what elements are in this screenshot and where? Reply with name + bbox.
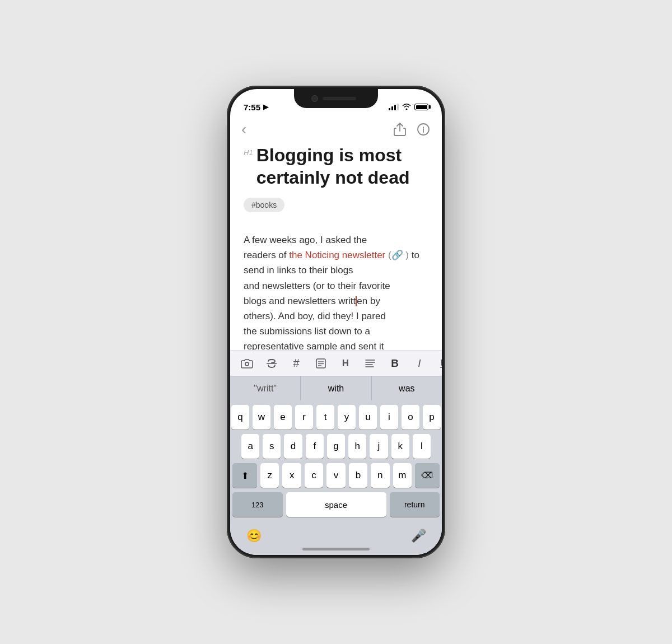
signal-bars-icon <box>389 104 399 110</box>
body-text-5b: en by <box>357 296 380 306</box>
article-title[interactable]: Blogging is most certainly not dead <box>256 144 410 189</box>
key-m[interactable]: m <box>393 463 412 488</box>
mic-key[interactable]: 🎤 <box>406 524 431 548</box>
underline-toolbar-button[interactable]: U <box>436 357 442 370</box>
autocomplete-bar: "writt" with was <box>230 376 442 400</box>
autocomplete-suggestion-3[interactable]: was <box>372 376 442 400</box>
key-v[interactable]: v <box>326 463 345 488</box>
key-w[interactable]: w <box>253 405 270 430</box>
heading-toolbar-button[interactable]: H <box>338 358 353 369</box>
key-g[interactable]: g <box>327 434 345 459</box>
newsletter-link[interactable]: the Noticing newsletter <box>289 250 385 260</box>
numbers-key[interactable]: 123 <box>232 492 283 517</box>
key-o[interactable]: o <box>402 405 419 430</box>
key-k[interactable]: k <box>391 434 409 459</box>
key-b[interactable]: b <box>349 463 367 488</box>
body-text-8: representative sample and sent it <box>244 341 384 350</box>
strikethrough-toolbar-button[interactable] <box>264 358 279 368</box>
camera-toolbar-button[interactable] <box>239 358 255 368</box>
autocomplete-suggestion-1[interactable]: "writt" <box>230 376 301 400</box>
time-display: 7:55 <box>244 102 260 112</box>
keyboard-row-1: q w e r t y u i o p <box>232 405 440 430</box>
article-content: H1 Blogging is most certainly not dead #… <box>230 142 442 350</box>
link-chain-icon: 🔗 <box>391 250 403 260</box>
key-j[interactable]: j <box>370 434 388 459</box>
h1-label: H1 <box>244 148 253 157</box>
screen-content: 7:55 ▶ <box>230 89 442 555</box>
wifi-icon <box>402 103 411 111</box>
home-indicator <box>302 548 370 550</box>
body-text-2: readers of <box>244 250 289 260</box>
key-i[interactable]: i <box>380 405 398 430</box>
body-text-1: A few weeks ago, I asked the <box>244 235 367 245</box>
keyboard-row-4: 123 space return <box>232 492 440 517</box>
hashtag-toolbar-button[interactable]: # <box>288 357 304 370</box>
phone-screen: 7:55 ▶ <box>230 89 442 555</box>
nav-bar: ‹ <box>230 117 442 142</box>
return-key[interactable]: return <box>390 492 440 517</box>
key-r[interactable]: r <box>295 405 313 430</box>
align-toolbar-button[interactable] <box>362 359 378 368</box>
keyboard: q w e r t y u i o p a s d f g <box>230 400 442 555</box>
status-icons <box>389 103 428 111</box>
key-x[interactable]: x <box>282 463 301 488</box>
share-button[interactable] <box>393 122 407 137</box>
shift-key[interactable]: ⬆ <box>232 463 257 488</box>
battery-icon <box>414 104 428 110</box>
key-p[interactable]: p <box>423 405 441 430</box>
key-l[interactable]: l <box>413 434 431 459</box>
location-arrow-icon: ▶ <box>263 103 268 111</box>
keyboard-row-2: a s d f g h j k l <box>232 434 440 459</box>
body-text-5: blogs and newsletters writt <box>244 296 356 306</box>
tag-area: #books <box>244 198 428 223</box>
phone-frame: 7:55 ▶ <box>227 86 445 558</box>
key-s[interactable]: s <box>263 434 281 459</box>
italic-toolbar-button[interactable]: I <box>412 357 427 370</box>
notch <box>294 89 378 108</box>
key-n[interactable]: n <box>371 463 389 488</box>
key-h[interactable]: h <box>348 434 366 459</box>
article-title-area: H1 Blogging is most certainly not dead <box>244 144 428 189</box>
svg-point-1 <box>245 362 249 366</box>
key-z[interactable]: z <box>260 463 279 488</box>
key-f[interactable]: f <box>306 434 324 459</box>
note-toolbar-button[interactable] <box>313 358 329 369</box>
key-a[interactable]: a <box>241 434 259 459</box>
formatting-toolbar: # H <box>230 350 442 376</box>
info-button[interactable] <box>416 122 431 137</box>
space-key[interactable]: space <box>286 492 386 517</box>
body-text-4: and newsletters (or to their favorite <box>244 281 390 291</box>
key-c[interactable]: c <box>305 463 323 488</box>
key-y[interactable]: y <box>338 405 356 430</box>
title-line1: Blogging is most <box>256 145 402 165</box>
title-line2: certainly not dead <box>256 167 410 188</box>
emoji-key[interactable]: 😊 <box>241 524 266 548</box>
status-time: 7:55 ▶ <box>244 102 268 112</box>
body-text-6: others). And boy, did they! I pared <box>244 311 386 321</box>
key-u[interactable]: u <box>359 405 377 430</box>
notch-camera <box>311 95 318 102</box>
backspace-key[interactable]: ⌫ <box>415 463 440 488</box>
key-t[interactable]: t <box>316 405 334 430</box>
key-q[interactable]: q <box>231 405 249 430</box>
back-button[interactable]: ‹ <box>241 122 246 137</box>
key-d[interactable]: d <box>284 434 302 459</box>
body-text-7: the submissions list down to a <box>244 326 370 337</box>
autocomplete-suggestion-2[interactable]: with <box>301 376 371 400</box>
notch-speaker <box>323 97 356 100</box>
bold-toolbar-button[interactable]: B <box>387 357 403 370</box>
keyboard-row-3: ⬆ z x c v b n m ⌫ <box>232 463 440 488</box>
article-body[interactable]: A few weeks ago, I asked the readers of … <box>244 232 428 350</box>
nav-actions <box>393 122 431 137</box>
key-e[interactable]: e <box>274 405 292 430</box>
tag-badge[interactable]: #books <box>244 198 284 212</box>
